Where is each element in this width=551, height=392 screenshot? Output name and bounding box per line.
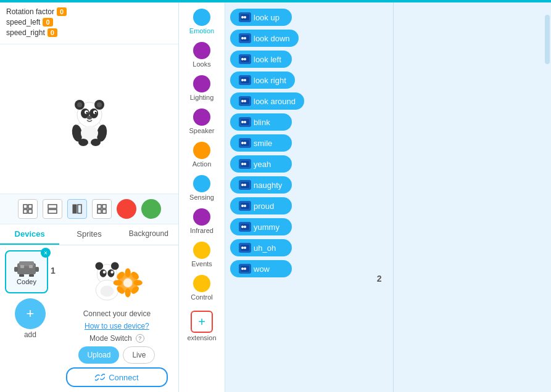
block-look-around[interactable]: look around: [230, 92, 304, 110]
cat-action[interactable]: Action: [179, 138, 225, 171]
cat-speaker[interactable]: Speaker: [179, 105, 225, 138]
cat-looks[interactable]: Looks: [179, 38, 225, 71]
block-look-right[interactable]: look right: [230, 71, 295, 89]
svg-point-72: [244, 100, 246, 102]
svg-rect-24: [73, 205, 77, 213]
var-row-speed-right: speed_right 0: [6, 28, 172, 37]
lighting-label: Lighting: [190, 94, 214, 101]
block-icon-uh-oh: [239, 243, 251, 253]
tab-background[interactable]: Background: [119, 224, 178, 245]
emotion-circle: [193, 9, 210, 26]
svg-point-92: [241, 247, 244, 249]
svg-point-59: [241, 16, 244, 18]
svg-point-80: [241, 163, 244, 165]
device-name-label: Codey: [17, 278, 36, 285]
cat-control[interactable]: Control: [179, 271, 225, 304]
block-uh-oh[interactable]: uh_oh: [230, 239, 292, 256]
tab-devices[interactable]: Devices: [0, 224, 59, 245]
block-yeah-label: yeah: [254, 160, 271, 169]
go-button[interactable]: [141, 199, 161, 219]
cat-events[interactable]: Events: [179, 238, 225, 271]
cat-emotion[interactable]: Emotion: [179, 5, 225, 38]
speaker-label: Speaker: [189, 127, 215, 134]
svg-point-83: [241, 184, 244, 186]
svg-point-62: [241, 37, 244, 39]
svg-point-60: [244, 16, 246, 18]
grid-btn[interactable]: [92, 199, 112, 219]
toolbar: [0, 194, 178, 224]
block-smile[interactable]: smile: [230, 134, 292, 152]
svg-point-40: [111, 262, 119, 270]
tab-sprites[interactable]: Sprites: [59, 224, 118, 245]
blocks-list: look up look down look left look right l…: [230, 9, 388, 277]
block-wow-label: wow: [254, 264, 270, 274]
svg-rect-29: [102, 210, 106, 213]
block-look-up[interactable]: look up: [230, 9, 292, 26]
svg-point-75: [244, 121, 246, 123]
var-label-speed-right: speed_right: [6, 28, 45, 37]
svg-point-10: [86, 112, 88, 114]
block-look-down[interactable]: look down: [230, 30, 299, 47]
emotion-label: Emotion: [189, 27, 214, 35]
block-yeah[interactable]: yeah: [230, 155, 292, 173]
connect-button[interactable]: Connect: [66, 367, 168, 387]
looks-circle: [193, 42, 210, 59]
block-wow[interactable]: wow: [230, 260, 292, 277]
svg-rect-21: [28, 210, 32, 213]
live-button[interactable]: Live: [123, 346, 155, 364]
block-blink-label: blink: [254, 118, 270, 127]
svg-rect-36: [19, 274, 24, 277]
block-look-left-label: look left: [254, 55, 281, 64]
categories-panel: Emotion Looks Lighting Speaker Action Se…: [179, 2, 225, 392]
how-to-link[interactable]: How to use device?: [85, 322, 149, 330]
sensing-circle: [193, 175, 210, 192]
close-device-icon[interactable]: ×: [41, 248, 51, 258]
variables-area: Rotation factor 0 speed_left 0 speed_rig…: [0, 2, 178, 44]
block-look-left[interactable]: look left: [230, 51, 292, 68]
panda-sprite: [65, 91, 114, 147]
extension-plus-button[interactable]: +: [191, 311, 213, 333]
upload-button[interactable]: Upload: [78, 346, 119, 364]
svg-point-12: [87, 116, 92, 120]
mode-buttons: Upload Live: [78, 346, 155, 364]
block-icon-look-left: [239, 54, 251, 64]
block-look-down-label: look down: [254, 34, 290, 43]
add-device-label: add: [24, 330, 36, 339]
scrollbar-vertical[interactable]: [545, 15, 550, 64]
block-icon-look-around: [239, 96, 251, 106]
block-icon-yummy: [239, 222, 251, 232]
svg-rect-20: [23, 210, 27, 213]
cat-infrared[interactable]: Infrared: [179, 205, 225, 238]
svg-point-52: [134, 280, 143, 285]
block-icon-look-down: [239, 33, 251, 43]
cat-lighting[interactable]: Lighting: [179, 71, 225, 105]
svg-rect-37: [29, 274, 34, 277]
stop-button[interactable]: [117, 199, 136, 219]
svg-point-49: [125, 268, 131, 277]
layout-btn1[interactable]: [43, 199, 62, 219]
left-panel: Rotation factor 0 speed_left 0 speed_rig…: [0, 2, 179, 392]
svg-point-15: [81, 126, 98, 141]
codey-device-card[interactable]: × Codey: [5, 250, 48, 293]
block-icon-look-up: [239, 12, 251, 22]
var-badge-rotation: 0: [57, 7, 67, 16]
svg-point-77: [241, 142, 244, 144]
block-yummy[interactable]: yummy: [230, 218, 292, 235]
block-naughty[interactable]: naughty: [230, 176, 292, 194]
add-device-button[interactable]: +: [15, 298, 46, 329]
badge-number-2: 2: [377, 274, 382, 284]
svg-point-51: [114, 280, 123, 285]
layout-btn2[interactable]: [67, 199, 87, 219]
svg-point-66: [244, 58, 246, 60]
block-icon-blink: [239, 117, 251, 127]
cat-sensing[interactable]: Sensing: [179, 171, 225, 205]
block-blink[interactable]: blink: [230, 113, 292, 131]
block-proud[interactable]: proud: [230, 197, 292, 214]
speaker-circle: [193, 108, 210, 126]
expand-btn[interactable]: [18, 199, 38, 219]
var-row-speed-left: speed_left 0: [6, 18, 172, 27]
svg-point-43: [103, 271, 106, 274]
main-container: Rotation factor 0 speed_left 0 speed_rig…: [0, 2, 551, 392]
mode-switch-info-icon[interactable]: ?: [136, 334, 144, 343]
block-proud-label: proud: [254, 202, 274, 211]
